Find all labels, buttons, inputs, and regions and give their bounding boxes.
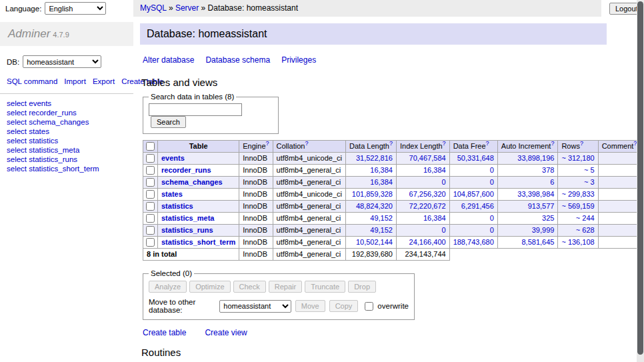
auto-increment-link[interactable]: 6 xyxy=(550,178,554,186)
index-length-link[interactable]: 67,256,320 xyxy=(409,190,446,198)
help-link[interactable]: ? xyxy=(486,140,489,147)
sidebar-link-export[interactable]: Export xyxy=(93,77,115,85)
breadcrumb-link-server[interactable]: Server xyxy=(175,3,199,13)
index-length-link[interactable]: 0 xyxy=(442,178,446,186)
copy-button[interactable]: Copy xyxy=(329,300,359,312)
overwrite-option[interactable]: overwrite xyxy=(362,300,409,313)
rows-count-link[interactable]: ~ 299,833 xyxy=(561,190,594,198)
sidebar-item-select-statistics-short-term[interactable]: select statistics_short_term xyxy=(7,165,127,173)
table-link-statistics-runs[interactable]: statistics_runs xyxy=(161,226,213,234)
move-db-select[interactable]: homeassistant xyxy=(219,300,291,313)
search-button[interactable]: Search xyxy=(151,116,186,128)
rows-count-link[interactable]: ~ 5 xyxy=(584,166,595,174)
data-free-link[interactable]: 0 xyxy=(490,178,494,186)
db-select[interactable]: homeassistant xyxy=(23,55,101,68)
link-create-table[interactable]: Create table xyxy=(143,328,186,337)
data-length-link[interactable]: 31,522,816 xyxy=(356,154,393,162)
breadcrumb-link-mysql[interactable]: MySQL xyxy=(140,3,167,13)
data-free-link[interactable]: 50,331,648 xyxy=(457,154,494,162)
rows-count-link[interactable]: ~ 312,180 xyxy=(561,154,594,162)
sidebar-item-select-schema-changes[interactable]: select schema_changes xyxy=(7,118,127,127)
data-length-link[interactable]: 16,384 xyxy=(370,178,393,186)
help-link[interactable]: ? xyxy=(580,140,583,147)
data-length-link[interactable]: 16,384 xyxy=(370,166,393,174)
table-link-statistics-meta[interactable]: statistics_meta xyxy=(161,214,215,222)
select-all-checkbox[interactable] xyxy=(146,142,155,151)
link-create-view[interactable]: Create view xyxy=(205,328,247,337)
rows-count-link[interactable]: ~ 136,108 xyxy=(561,238,594,246)
rows-count-link[interactable]: ~ 3 xyxy=(584,178,595,186)
data-length-link[interactable]: 49,152 xyxy=(370,214,393,222)
table-link-recorder-runs[interactable]: recorder_runs xyxy=(161,166,211,174)
table-link-statistics-short-term[interactable]: statistics_short_term xyxy=(161,238,235,246)
auto-increment-link[interactable]: 8,581,645 xyxy=(521,238,554,246)
nav-link-privileges[interactable]: Privileges xyxy=(281,55,316,65)
auto-increment-link[interactable]: 378 xyxy=(542,166,554,174)
analyze-button[interactable]: Analyze xyxy=(149,281,187,293)
row-checkbox-schema-changes[interactable] xyxy=(146,178,155,187)
data-length-link[interactable]: 48,824,320 xyxy=(356,202,393,210)
optimize-button[interactable]: Optimize xyxy=(189,281,230,293)
row-checkbox-recorder-runs[interactable] xyxy=(146,166,155,175)
auto-increment-link[interactable]: 325 xyxy=(542,214,554,222)
index-length-link[interactable]: 0 xyxy=(442,226,446,234)
drop-button[interactable]: Drop xyxy=(348,281,376,293)
sidebar-link-sql-command[interactable]: SQL command xyxy=(7,77,57,85)
help-link[interactable]: ? xyxy=(305,140,308,147)
help-link[interactable]: ? xyxy=(443,140,446,147)
nav-link-database-schema[interactable]: Database schema xyxy=(205,55,270,65)
help-link[interactable]: ? xyxy=(551,140,554,147)
sidebar-item-select-events[interactable]: select events xyxy=(7,99,127,108)
data-length-link[interactable]: 101,859,328 xyxy=(352,190,393,198)
sidebar-item-select-statistics-runs[interactable]: select statistics_runs xyxy=(7,155,127,164)
adminer-logo[interactable]: Adminer xyxy=(8,27,50,40)
data-free-link[interactable]: 104,857,600 xyxy=(453,190,494,198)
repair-button[interactable]: Repair xyxy=(269,281,302,293)
truncate-button[interactable]: Truncate xyxy=(305,281,345,293)
index-length-link[interactable]: 70,467,584 xyxy=(409,154,446,162)
nav-link-alter-database[interactable]: Alter database xyxy=(143,55,194,65)
scrollbar-thumb[interactable] xyxy=(637,1,643,355)
rows-count-link[interactable]: ~ 569,159 xyxy=(561,202,594,210)
table-link-schema-changes[interactable]: schema_changes xyxy=(161,178,223,186)
help-link[interactable]: ? xyxy=(266,140,269,147)
data-length-link[interactable]: 49,152 xyxy=(370,226,393,234)
check-button[interactable]: Check xyxy=(233,281,266,293)
data-free-link[interactable]: 6,291,456 xyxy=(461,202,494,210)
auto-increment-link[interactable]: 913,577 xyxy=(528,202,555,210)
data-free-link[interactable]: 0 xyxy=(490,214,494,222)
sidebar-item-select-statistics-meta[interactable]: select statistics_meta xyxy=(7,146,127,155)
row-checkbox-statistics[interactable] xyxy=(146,202,155,211)
data-free-link[interactable]: 0 xyxy=(490,166,494,174)
sidebar-item-select-statistics[interactable]: select statistics xyxy=(7,137,127,145)
row-checkbox-states[interactable] xyxy=(146,190,155,199)
table-link-statistics[interactable]: statistics xyxy=(161,202,193,210)
row-checkbox-statistics-meta[interactable] xyxy=(146,214,155,223)
index-length-link[interactable]: 16,384 xyxy=(423,166,446,174)
move-button[interactable]: Move xyxy=(295,300,325,312)
sidebar-item-select-recorder-runs[interactable]: select recorder_runs xyxy=(7,109,127,117)
language-select[interactable]: English xyxy=(45,2,106,15)
overwrite-checkbox[interactable] xyxy=(365,302,373,311)
row-checkbox-events[interactable] xyxy=(146,154,155,163)
sidebar-link-import[interactable]: Import xyxy=(64,77,86,85)
sidebar-item-select-states[interactable]: select states xyxy=(7,127,127,136)
auto-increment-link[interactable]: 33,398,984 xyxy=(517,190,554,198)
index-length-link[interactable]: 72,220,672 xyxy=(409,202,446,210)
rows-count-link[interactable]: ~ 244 xyxy=(576,214,595,222)
search-input[interactable] xyxy=(149,103,242,116)
data-free-link[interactable]: 188,743,680 xyxy=(453,238,494,246)
data-free-link[interactable]: 0 xyxy=(490,226,494,234)
table-link-states[interactable]: states xyxy=(161,190,183,198)
scrollbar[interactable] xyxy=(637,0,644,362)
rows-count-link[interactable]: ~ 628 xyxy=(576,226,595,234)
auto-increment-link[interactable]: 39,999 xyxy=(532,226,555,234)
help-link[interactable]: ? xyxy=(389,140,393,147)
data-length-link[interactable]: 10,502,144 xyxy=(356,238,393,246)
row-checkbox-statistics-runs[interactable] xyxy=(146,226,155,235)
row-checkbox-statistics-short-term[interactable] xyxy=(146,238,155,247)
index-length-link[interactable]: 24,166,400 xyxy=(409,238,446,246)
table-link-events[interactable]: events xyxy=(161,154,185,162)
index-length-link[interactable]: 16,384 xyxy=(423,214,446,222)
auto-increment-link[interactable]: 33,898,196 xyxy=(517,154,554,162)
